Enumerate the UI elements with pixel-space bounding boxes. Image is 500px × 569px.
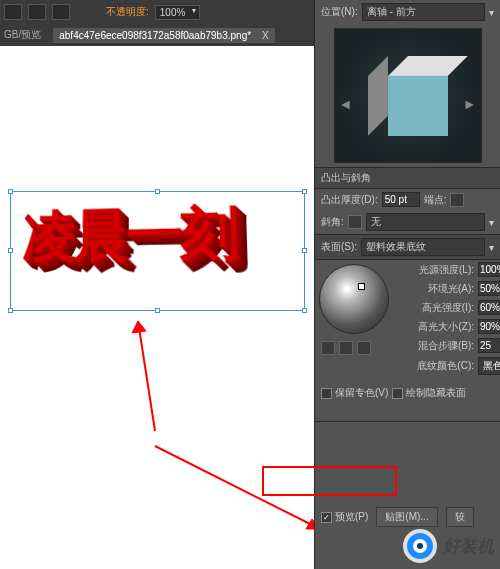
handle-bottom-left[interactable] xyxy=(8,308,13,313)
shade-color-dropdown[interactable]: 黑色 xyxy=(478,357,500,375)
watermark-text: 好装机 xyxy=(443,535,494,558)
rotate-left-icon[interactable]: ◄ xyxy=(339,96,353,112)
annotation-arrow-right xyxy=(150,441,330,541)
highlight-size-label: 高光大小(Z): xyxy=(399,320,474,334)
cap-label: 端点: xyxy=(424,193,447,207)
light-sphere-preview[interactable] xyxy=(319,264,389,334)
surface-dropdown[interactable]: 塑料效果底纹 xyxy=(361,238,485,256)
chevron-down-icon: ▾ xyxy=(489,7,494,18)
depth-label: 凸出厚度(D): xyxy=(321,193,378,207)
new-light-icon[interactable] xyxy=(339,341,353,355)
handle-top-left[interactable] xyxy=(8,189,13,194)
chevron-down-icon: ▾ xyxy=(489,242,494,253)
preserve-spot-checkbox-wrap[interactable]: 保留专色(V) xyxy=(321,386,388,400)
cube-side-face xyxy=(368,56,388,136)
opacity-dropdown[interactable]: 100% xyxy=(155,5,201,20)
surface-label: 表面(S): xyxy=(321,240,357,254)
shade-color-label: 底纹颜色(C): xyxy=(399,359,474,373)
more-options-button[interactable]: 较 xyxy=(446,507,474,527)
highlight-intensity-label: 高光强度(I): xyxy=(399,301,474,315)
cube-model[interactable] xyxy=(378,66,438,126)
light-back-icon[interactable] xyxy=(321,341,335,355)
svg-line-2 xyxy=(155,446,320,529)
file-tab[interactable]: abf4c47e6ece098f3172a58f0aab79b3.png* X xyxy=(53,28,274,43)
light-controls xyxy=(315,338,393,358)
preview-checkbox[interactable]: ✓ xyxy=(321,512,332,523)
draw-hidden-checkbox[interactable] xyxy=(392,388,403,399)
depth-input[interactable] xyxy=(382,192,420,207)
tool-icon-2[interactable] xyxy=(28,4,46,20)
cap-on-icon[interactable] xyxy=(450,193,464,207)
svg-line-0 xyxy=(138,321,155,431)
extrude-section-header: 凸出与斜角 xyxy=(315,167,500,189)
rotate-right-icon[interactable]: ► xyxy=(463,96,477,112)
canvas-area[interactable]: 凌晨一刻 xyxy=(0,46,314,569)
handle-right-mid[interactable] xyxy=(302,248,307,253)
bevel-dropdown[interactable]: 无 xyxy=(366,213,485,231)
highlight-size-input[interactable] xyxy=(478,319,500,334)
selection-bounding-box[interactable] xyxy=(10,191,305,311)
bevel-icon[interactable] xyxy=(348,215,362,229)
handle-bottom-right[interactable] xyxy=(302,308,307,313)
surface-section: 表面(S): 塑料效果底纹 ▾ xyxy=(315,234,500,260)
blend-steps-label: 混合步骤(B): xyxy=(399,339,474,353)
light-intensity-input[interactable] xyxy=(478,262,500,277)
3d-cube-preview[interactable]: ◄ ► xyxy=(334,28,482,163)
highlight-intensity-input[interactable] xyxy=(478,300,500,315)
handle-top-right[interactable] xyxy=(302,189,307,194)
preview-label: 预览(P) xyxy=(335,510,368,524)
bevel-label: 斜角: xyxy=(321,215,344,229)
close-tab-icon[interactable]: X xyxy=(262,30,269,41)
position-label: 位置(N): xyxy=(321,5,358,19)
light-intensity-label: 光源强度(L): xyxy=(399,263,474,277)
preview-checkbox-wrap[interactable]: ✓ 预览(P) xyxy=(321,510,368,524)
tool-icon-3[interactable] xyxy=(52,4,70,20)
ambient-input[interactable] xyxy=(478,281,500,296)
map-art-button[interactable]: 贴图(M)... xyxy=(376,507,437,527)
3d-options-panel: 位置(N): 离轴 - 前方 ▾ ◄ ► 凸出与斜角 凸出厚度(D): 端点: … xyxy=(314,0,500,569)
draw-hidden-checkbox-wrap[interactable]: 绘制隐藏表面 xyxy=(392,386,466,400)
cube-top-face xyxy=(388,56,468,76)
watermark-logo-icon xyxy=(403,529,437,563)
annotation-arrow-up xyxy=(130,311,170,441)
cube-front-face xyxy=(388,76,448,136)
color-mode: GB/预览 xyxy=(4,28,41,42)
blend-steps-input[interactable] xyxy=(478,338,500,353)
position-dropdown[interactable]: 离轴 - 前方 xyxy=(362,3,485,21)
depth-row: 凸出厚度(D): 端点: xyxy=(315,189,500,210)
svg-marker-1 xyxy=(132,321,146,333)
position-row: 位置(N): 离轴 - 前方 ▾ xyxy=(315,0,500,24)
draw-hidden-label: 绘制隐藏表面 xyxy=(406,386,466,400)
opacity-label: 不透明度: xyxy=(106,5,149,19)
preserve-spot-checkbox[interactable] xyxy=(321,388,332,399)
light-position-handle[interactable] xyxy=(358,283,365,290)
tool-icon-1[interactable] xyxy=(4,4,22,20)
ambient-label: 环境光(A): xyxy=(399,282,474,296)
chevron-down-icon: ▾ xyxy=(489,217,494,228)
bevel-row: 斜角: 无 ▾ xyxy=(315,210,500,234)
handle-top-mid[interactable] xyxy=(155,189,160,194)
preserve-spot-label: 保留专色(V) xyxy=(335,386,388,400)
handle-left-mid[interactable] xyxy=(8,248,13,253)
watermark: 好装机 xyxy=(403,529,494,563)
delete-light-icon[interactable] xyxy=(357,341,371,355)
bottom-button-row: ✓ 预览(P) 贴图(M)... 较 xyxy=(315,503,500,531)
